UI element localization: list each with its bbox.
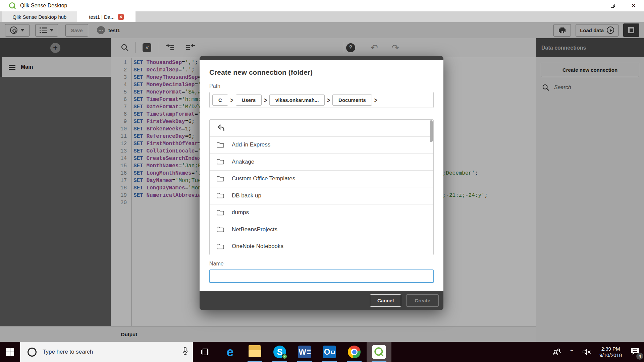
task-view-icon: [200, 348, 210, 356]
running-indicator: [297, 361, 312, 362]
folder-up-row[interactable]: [210, 120, 433, 137]
breadcrumb-segment[interactable]: C: [212, 95, 228, 106]
folder-name: OneNote Notebooks: [232, 243, 283, 250]
tab-hub-label: Qlik Sense Desktop hub: [13, 14, 67, 20]
qlik-icon: [372, 345, 386, 359]
taskbar-search-placeholder: Type here to search: [43, 349, 182, 355]
outlook-icon: O: [323, 346, 336, 358]
taskbar-app-file-explorer[interactable]: [243, 342, 267, 362]
minimize-icon: [590, 6, 594, 6]
tray-expand-icon[interactable]: ⌃: [568, 349, 575, 356]
system-tray: ⌃ 2:39 PM 9/10/2018 4: [552, 342, 644, 362]
tab-app[interactable]: test1 | Da... ×: [77, 11, 136, 22]
windows-logo-icon: [6, 348, 14, 356]
breadcrumb: C > Users > vikas.onkar.mah... > Documen…: [209, 92, 434, 108]
chevron-right-icon: >: [264, 96, 267, 104]
back-arrow-icon: [216, 124, 225, 132]
close-icon: ×: [632, 2, 636, 9]
tab-hub[interactable]: Qlik Sense Desktop hub: [2, 11, 77, 22]
taskbar-clock[interactable]: 2:39 PM 9/10/2018: [599, 346, 622, 358]
folder-name: Custom Office Templates: [232, 175, 295, 182]
notification-badge: 4: [636, 353, 643, 360]
folder-row[interactable]: NetBeansProjects: [210, 221, 433, 238]
running-indicator: [248, 361, 262, 362]
breadcrumb-segment[interactable]: Documents: [332, 95, 372, 106]
volume-muted-icon[interactable]: [582, 348, 591, 356]
folder-icon: [216, 243, 224, 250]
folder-icon: [216, 226, 224, 233]
file-explorer-icon: [249, 347, 261, 357]
taskbar-app-edge[interactable]: e: [218, 342, 243, 362]
windows-taskbar: Type here to search e: [0, 342, 644, 362]
name-label: Name: [209, 261, 434, 267]
dialog-title: Create new connection (folder): [209, 68, 434, 76]
people-icon[interactable]: [552, 348, 561, 356]
chevron-right-icon: >: [374, 96, 377, 104]
taskbar-app-chrome[interactable]: [342, 342, 367, 362]
window-controls: ×: [582, 0, 644, 11]
skype-status-icon: ✓: [282, 354, 287, 359]
action-center-button[interactable]: 4: [630, 347, 640, 357]
window-title: Qlik Sense Desktop: [20, 3, 67, 9]
create-button[interactable]: Create: [406, 294, 439, 307]
chrome-icon: [348, 346, 361, 358]
path-label: Path: [209, 83, 434, 89]
folder-row[interactable]: OneNote Notebooks: [210, 238, 433, 255]
running-indicator: [347, 361, 362, 362]
skype-icon: S✓: [273, 346, 286, 358]
folder-name: dumps: [232, 209, 249, 216]
word-icon: W: [298, 346, 311, 358]
title-bar: Qlik Sense Desktop ×: [0, 0, 644, 11]
restore-icon: [611, 4, 615, 8]
folder-name: NetBeansProjects: [232, 226, 277, 233]
taskbar-app-outlook[interactable]: O: [317, 342, 342, 362]
start-button[interactable]: [0, 342, 20, 362]
scrollbar-thumb[interactable]: [430, 120, 433, 142]
folder-icon: [216, 192, 224, 199]
taskbar-app-word[interactable]: W: [292, 342, 317, 362]
minimize-button[interactable]: [582, 0, 602, 11]
folder-row[interactable]: dumps: [210, 204, 433, 222]
microphone-icon[interactable]: [182, 347, 188, 357]
qlik-logo-icon: [9, 2, 16, 9]
folder-name: Anakage: [232, 159, 254, 165]
chevron-right-icon: >: [327, 96, 330, 104]
folder-rows: Add-in Express Anakage Custom Office Tem…: [210, 137, 433, 255]
clock-date: 9/10/2018: [599, 352, 622, 358]
folder-icon: [216, 209, 224, 216]
task-view-button[interactable]: [193, 342, 218, 362]
tab-close-icon[interactable]: ×: [118, 14, 124, 20]
running-indicator: [372, 361, 386, 362]
chevron-right-icon: >: [230, 96, 233, 104]
restore-button[interactable]: [602, 0, 623, 11]
create-connection-dialog: Create new connection (folder) Path C > …: [200, 56, 443, 310]
folder-list: Add-in Express Anakage Custom Office Tem…: [209, 119, 434, 255]
edge-icon: e: [226, 345, 233, 359]
folder-row[interactable]: Add-in Express: [210, 137, 433, 154]
close-button[interactable]: ×: [623, 0, 644, 11]
cancel-button[interactable]: Cancel: [370, 294, 401, 307]
breadcrumb-segment[interactable]: Users: [236, 95, 262, 106]
connection-name-input[interactable]: [209, 269, 434, 283]
clock-time: 2:39 PM: [599, 346, 622, 352]
running-indicator: [322, 361, 337, 362]
dialog-body: Create new connection (folder) Path C > …: [200, 60, 443, 291]
folder-icon: [216, 176, 224, 182]
folder-row[interactable]: Anakage: [210, 154, 433, 171]
folder-icon: [216, 142, 224, 148]
breadcrumb-segment[interactable]: vikas.onkar.mah...: [269, 95, 325, 106]
taskbar-app-skype[interactable]: S✓: [267, 342, 292, 362]
taskbar-app-qlik[interactable]: [367, 342, 391, 362]
folder-name: Add-in Express: [232, 141, 270, 148]
folder-row[interactable]: Custom Office Templates: [210, 171, 433, 188]
taskbar-apps: e S✓ W O: [193, 342, 391, 362]
tab-bar: Qlik Sense Desktop hub test1 | Da... ×: [0, 11, 644, 22]
folder-row[interactable]: DB back up: [210, 187, 433, 204]
screen: Qlik Sense Desktop × Qlik Sense Desktop …: [0, 0, 644, 362]
taskbar-search[interactable]: Type here to search: [20, 342, 193, 362]
cortana-icon: [28, 348, 37, 357]
running-indicator: [272, 361, 287, 362]
folder-name: DB back up: [232, 192, 261, 199]
folder-icon: [216, 159, 224, 165]
dialog-footer: Cancel Create: [200, 291, 443, 310]
